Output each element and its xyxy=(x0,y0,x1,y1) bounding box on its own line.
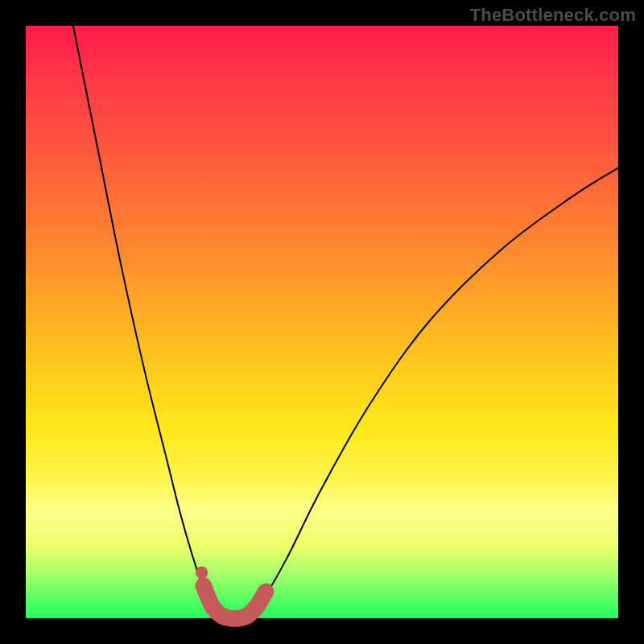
marker-path xyxy=(204,586,266,619)
marker-layer xyxy=(196,567,266,619)
chart-frame: TheBottleneck.com xyxy=(0,0,644,644)
curve-right-branch xyxy=(251,168,618,618)
curve-layer xyxy=(73,26,618,618)
marker-dot xyxy=(196,567,208,579)
watermark-text: TheBottleneck.com xyxy=(470,5,636,26)
plot-area xyxy=(26,26,618,618)
chart-svg xyxy=(26,26,618,618)
curve-left-branch xyxy=(73,26,221,618)
